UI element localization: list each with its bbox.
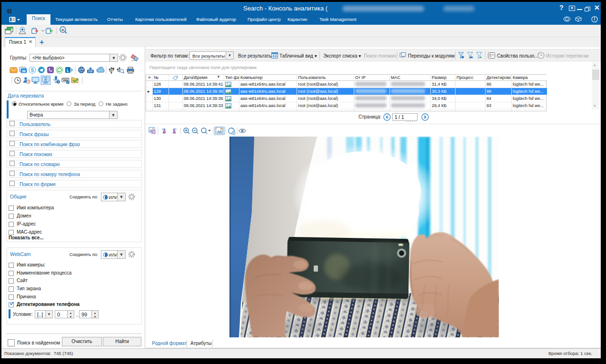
svg-text:FTP: FTP (89, 70, 93, 73)
svg-text:HTTP: HTTP (79, 69, 84, 71)
svg-text:L: L (67, 68, 69, 73)
svg-text:S: S (31, 68, 34, 73)
svg-text:ID: ID (61, 29, 65, 31)
svg-text:IM: IM (22, 69, 25, 73)
